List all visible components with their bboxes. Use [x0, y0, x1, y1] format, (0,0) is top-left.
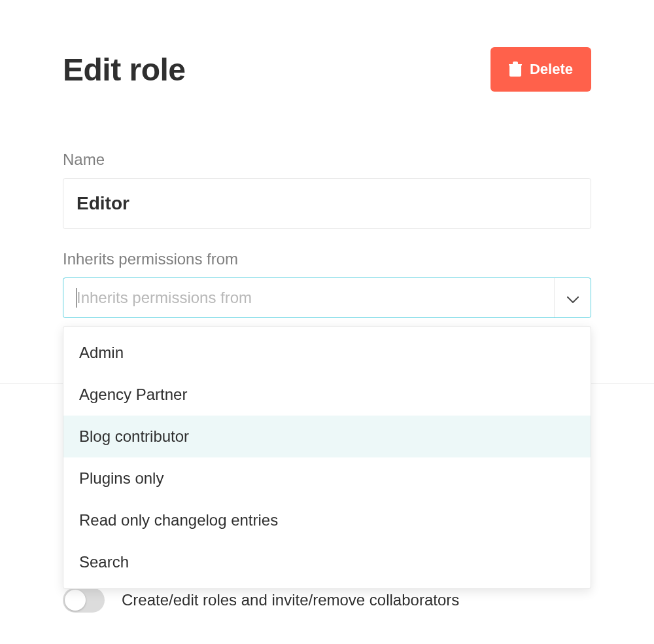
toggle-knob [65, 590, 86, 611]
inherits-placeholder: Inherits permissions from [77, 289, 252, 307]
trash-icon [509, 62, 522, 77]
inherits-select[interactable]: Inherits permissions from [63, 277, 591, 318]
toggle-manage-roles[interactable] [63, 588, 105, 613]
dropdown-option[interactable]: Admin [63, 332, 591, 374]
dropdown-option[interactable]: Agency Partner [63, 374, 591, 416]
name-label: Name [63, 151, 591, 169]
dropdown-option[interactable]: Search [63, 541, 591, 583]
delete-button[interactable]: Delete [490, 47, 591, 92]
inherits-dropdown: AdminAgency PartnerBlog contributorPlugi… [63, 326, 591, 589]
name-input[interactable] [63, 178, 591, 229]
chevron-down-icon [567, 289, 579, 307]
page-header: Edit role Delete [63, 47, 591, 92]
inherits-field-group: Inherits permissions from Inherits permi… [63, 250, 591, 318]
name-field-group: Name [63, 151, 591, 229]
permission-row-manage-roles: Create/edit roles and invite/remove coll… [63, 588, 459, 613]
toggle-label-manage-roles: Create/edit roles and invite/remove coll… [122, 591, 459, 609]
dropdown-option[interactable]: Blog contributor [63, 416, 591, 457]
dropdown-option[interactable]: Read only changelog entries [63, 499, 591, 541]
inherits-label: Inherits permissions from [63, 250, 591, 268]
delete-button-label: Delete [530, 61, 573, 78]
select-caret-wrap [554, 278, 591, 317]
text-cursor [77, 288, 77, 308]
dropdown-option[interactable]: Plugins only [63, 457, 591, 499]
page-title: Edit role [63, 52, 186, 88]
